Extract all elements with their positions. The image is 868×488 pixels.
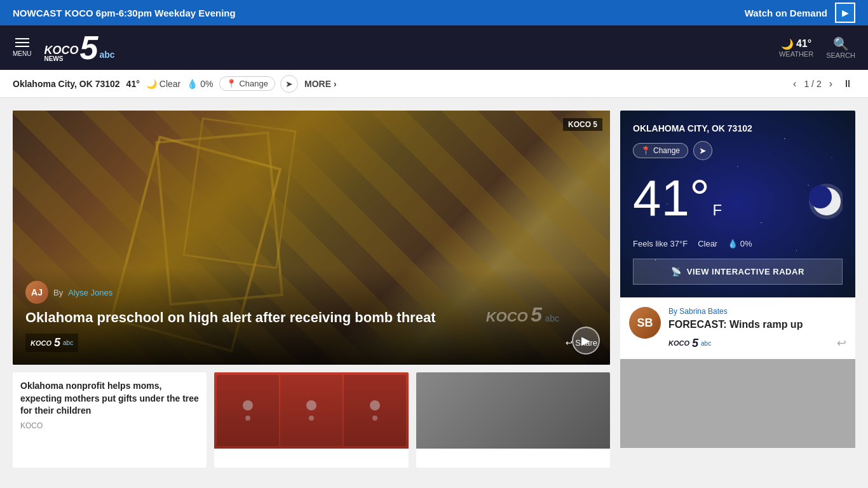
more-label: MORE [304, 79, 331, 89]
play-button[interactable]: ▶ [572, 327, 600, 355]
widget-precip: 💧 0% [728, 239, 752, 248]
weather-precip: 💧 0% [187, 79, 213, 89]
widget-location-button[interactable]: ➤ [693, 141, 712, 160]
radar-button[interactable]: 📡 VIEW INTERACTIVE RADAR [633, 259, 843, 285]
article-image [416, 372, 610, 449]
widget-temp-row: 41° F [633, 173, 843, 233]
widget-change-row: 📍 Change ➤ [633, 141, 843, 160]
condition-clear: Clear [698, 239, 717, 248]
location-button[interactable]: ➤ [280, 75, 298, 93]
koco-logo-small: KOCO 5 abc [25, 334, 78, 352]
koco-abc-text: abc [63, 339, 73, 346]
by-text: By [668, 307, 677, 316]
weather-bar-temp: 41° [126, 79, 140, 89]
article-card-content [214, 449, 408, 468]
pause-button[interactable]: ⏸ [840, 76, 855, 92]
koco-text: KOCO [668, 339, 689, 347]
third-article-image [620, 359, 855, 448]
pin-icon: 📍 [641, 146, 651, 155]
koco-5-text: 5 [54, 336, 60, 349]
search-button[interactable]: 🔍 SEARCH [826, 36, 855, 59]
pagination: ‹ 1 / 2 › ⏸ [790, 76, 855, 92]
hero-article[interactable]: KOCO 5 AJ By Alyse Jones Oklahoma presch… [13, 111, 610, 365]
koco-logo-row: KOCO 5 abc [668, 337, 829, 350]
author-row: AJ By Alyse Jones [25, 281, 597, 304]
weather-change-button[interactable]: 📍 Change [219, 76, 275, 91]
right-section: OKLAHOMA CITY, OK 73102 📍 Change ➤ 41° F [620, 111, 855, 468]
hamburger-icon [15, 38, 29, 47]
widget-unit: F [712, 201, 722, 219]
menu-button[interactable]: MENU [13, 38, 31, 57]
article-source: KOCO [20, 421, 199, 430]
weather-article-author: By Sabrina Bates [668, 307, 829, 316]
logo-5: 5 [79, 33, 98, 63]
banner-play-button[interactable]: ▶ [835, 3, 855, 23]
channel-badge: KOCO 5 [563, 118, 602, 131]
chevron-right-icon: › [334, 79, 337, 89]
search-label: SEARCH [826, 51, 855, 59]
change-label: Change [653, 146, 680, 155]
site-header: MENU KOCO NEWS 5 abc 🌙 41° WEATHER 🔍 SEA… [0, 25, 868, 70]
play-icon: ▶ [842, 8, 849, 18]
temp-group: 41° F [633, 173, 722, 224]
banner-right: Watch on Demand ▶ [745, 3, 855, 23]
next-button[interactable]: › [827, 76, 835, 92]
article-card-content: Oklahoma nonprofit helps moms, expecting… [13, 372, 207, 438]
logo-koco: KOCO [44, 44, 78, 56]
location-arrow-icon: ➤ [699, 146, 707, 156]
svg-point-2 [809, 186, 832, 208]
menu-label: MENU [13, 50, 31, 57]
pagination-text: 1 / 2 [804, 79, 821, 89]
bottom-articles: Oklahoma nonprofit helps moms, expecting… [13, 372, 610, 468]
forecast-author: Sabrina Bates [679, 307, 727, 316]
header-right: 🌙 41° WEATHER 🔍 SEARCH [779, 36, 855, 59]
weather-article-content: By Sabrina Bates FORECAST: Winds ramp up… [668, 307, 829, 350]
pin-icon: 📍 [226, 79, 236, 88]
article-image [214, 372, 408, 449]
logo-abc: abc [99, 50, 114, 60]
weather-bar: Oklahoma City, OK 73102 41° 🌙 Clear 💧 0%… [0, 70, 868, 98]
forecast-title: FORECAST: Winds ramp up [668, 318, 829, 332]
article-card[interactable] [214, 372, 408, 468]
koco-logo-text: KOCO [31, 339, 51, 347]
location-arrow-icon: ➤ [285, 79, 293, 89]
article-card-content [416, 449, 610, 468]
condition-text: Clear [159, 79, 180, 89]
main-content: KOCO 5 AJ By Alyse Jones Oklahoma presch… [0, 98, 868, 480]
left-section: KOCO 5 AJ By Alyse Jones Oklahoma presch… [13, 111, 610, 468]
drop-icon: 💧 [728, 239, 738, 248]
share-icon[interactable]: ↩ [837, 336, 846, 350]
play-icon: ▶ [581, 334, 590, 348]
radar-label: VIEW INTERACTIVE RADAR [687, 267, 804, 276]
radar-icon: 📡 [671, 267, 682, 276]
top-banner: NOWCAST KOCO 6pm-6:30pm Weekday Evening … [0, 0, 868, 25]
abc-text: abc [701, 340, 711, 347]
article-card[interactable] [416, 372, 610, 468]
hero-bottom: KOCO 5 abc ↩ Share [25, 334, 597, 352]
weather-author-avatar: SB [629, 307, 661, 339]
logo-news: NEWS [44, 56, 78, 62]
change-label: Change [239, 79, 268, 88]
article-card[interactable]: Oklahoma nonprofit helps moms, expecting… [13, 372, 207, 468]
article-title: Oklahoma nonprofit helps moms, expecting… [20, 380, 199, 417]
weather-location: Oklahoma City, OK 73102 [13, 79, 120, 89]
widget-change-button[interactable]: 📍 Change [633, 143, 688, 158]
prev-button[interactable]: ‹ [790, 76, 799, 92]
five-text: 5 [692, 337, 698, 350]
site-logo[interactable]: KOCO NEWS 5 abc [44, 33, 114, 63]
weather-label: WEATHER [779, 50, 813, 58]
watch-demand-link[interactable]: Watch on Demand [745, 8, 827, 18]
precip-value: 0% [740, 239, 752, 248]
widget-details: Feels like 37°F Clear 💧 0% [633, 239, 843, 248]
by-text: By [53, 288, 63, 297]
drop-icon: 💧 [187, 79, 198, 89]
weather-article[interactable]: SB By Sabrina Bates FORECAST: Winds ramp… [620, 297, 855, 359]
more-button[interactable]: MORE › [304, 79, 337, 89]
widget-temperature: 41° [633, 170, 710, 226]
feels-like: Feels like 37°F [633, 239, 688, 248]
weather-button[interactable]: 🌙 41° WEATHER [779, 38, 813, 58]
weather-condition: 🌙 Clear [146, 79, 180, 89]
banner-text: NOWCAST KOCO 6pm-6:30pm Weekday Evening [13, 8, 236, 18]
weather-widget: OKLAHOMA CITY, OK 73102 📍 Change ➤ 41° F [620, 111, 855, 297]
author-avatar: AJ [25, 281, 48, 304]
